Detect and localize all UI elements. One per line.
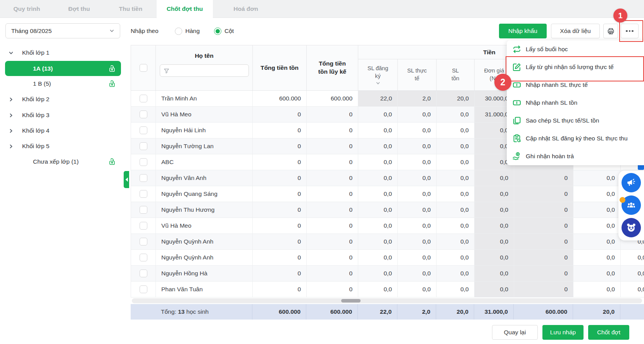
value-cell[interactable]: 0 [514,170,573,186]
value-cell[interactable]: 0,0 [398,282,437,297]
value-cell[interactable]: 0,0 [437,138,475,154]
value-cell[interactable]: 0 [253,170,307,186]
value-cell[interactable]: 0 [253,234,307,250]
value-cell[interactable]: 0,0 [437,202,475,218]
header-sl-thuc-te[interactable]: SL thực tế [398,59,437,91]
value-cell[interactable]: 0,0 [437,250,475,266]
value-cell[interactable]: 0,0 [573,186,621,202]
value-cell[interactable]: 0,0 [475,202,514,218]
chatbot-widget-button[interactable] [622,218,641,237]
menu-item-1[interactable]: Lấy số buổi học [507,40,644,58]
radio-hang[interactable] [175,28,182,35]
value-cell[interactable]: 2,0 [398,91,437,107]
value-cell[interactable]: 0,0 [573,250,621,266]
value-cell[interactable]: 0 [307,282,358,297]
menu-item-7[interactable]: Ghi nhận hoàn trả [507,147,644,165]
value-cell[interactable]: 0,0 [398,107,437,123]
clear-data-button[interactable]: Xóa dữ liệu [551,24,600,38]
sidebar-item-3[interactable]: 1 B (5) [0,76,121,91]
value-cell[interactable]: 0,0 [358,202,398,218]
value-cell[interactable]: 0 [307,107,358,123]
value-cell[interactable]: 0 [514,250,573,266]
value-cell[interactable]: 0 [514,202,573,218]
row-checkbox[interactable] [140,95,147,102]
value-cell[interactable]: 0 [307,186,358,202]
radio-cot[interactable] [214,28,221,35]
radio-cot-label[interactable]: Cột [224,28,234,35]
value-cell[interactable]: 0,0 [437,218,475,234]
value-cell[interactable]: 0,0 [621,266,644,282]
value-cell[interactable]: 0,0 [358,266,398,282]
tab-1[interactable]: Quy trình [0,0,54,18]
value-cell[interactable]: 0,0 [475,218,514,234]
sidebar-item-1[interactable]: Khối lớp 1 [0,45,121,60]
value-cell[interactable]: 0 [253,107,307,123]
value-cell[interactable]: 0,0 [475,250,514,266]
save-draft-button[interactable]: Lưu nháp [542,325,584,340]
value-cell[interactable]: 0 [253,218,307,234]
value-cell[interactable]: 0,0 [398,266,437,282]
menu-item-5[interactable]: Sao chép SL thực tế/SL tồn [507,112,644,130]
sidebar-collapse-handle[interactable] [124,171,129,188]
value-cell[interactable]: 0 [307,154,358,170]
month-select[interactable]: Tháng 08/2025 [5,23,120,38]
row-checkbox[interactable] [140,126,147,134]
value-cell[interactable]: 22,0 [358,91,398,107]
value-cell[interactable]: 0,0 [437,282,475,297]
value-cell[interactable]: 0,0 [475,170,514,186]
row-checkbox[interactable] [140,270,147,277]
value-cell[interactable]: 0,0 [358,218,398,234]
value-cell[interactable]: 0,0 [437,107,475,123]
tab-3[interactable]: Thu tiền [105,0,157,18]
value-cell[interactable]: 0 [307,266,358,282]
row-checkbox[interactable] [140,174,147,182]
value-cell[interactable]: 0 [307,138,358,154]
value-cell[interactable]: 0 [253,138,307,154]
value-cell[interactable]: 0,0 [621,250,644,266]
sidebar-item-6[interactable]: Khối lớp 4 [0,123,121,138]
header-sl-dang-ky[interactable]: SL đăng ký [358,59,398,91]
print-button[interactable] [603,24,618,38]
row-checkbox[interactable] [140,285,147,293]
value-cell[interactable]: 0,0 [358,170,398,186]
value-cell[interactable]: 0,0 [358,250,398,266]
value-cell[interactable]: 0 [307,234,358,250]
value-cell[interactable]: 0,0 [398,234,437,250]
value-cell[interactable]: 0 [253,202,307,218]
value-cell[interactable]: 0 [514,266,573,282]
value-cell[interactable]: 0,0 [358,107,398,123]
value-cell[interactable]: 0,0 [398,123,437,138]
row-checkbox[interactable] [140,238,147,245]
value-cell[interactable]: 0,0 [398,218,437,234]
radio-hang-label[interactable]: Hàng [185,28,200,35]
value-cell[interactable]: 0 [307,170,358,186]
value-cell[interactable]: 0,0 [573,282,621,297]
finalize-button[interactable]: Chốt đợt [588,325,629,340]
value-cell[interactable]: 0,0 [437,170,475,186]
value-cell[interactable]: 0,0 [621,282,644,297]
value-cell[interactable]: 0 [307,250,358,266]
announcement-widget-button[interactable] [622,173,641,192]
value-cell[interactable]: 600.000 [307,91,358,107]
tab-4[interactable]: Chốt đợt thu [157,0,213,18]
value-cell[interactable]: 0,0 [398,202,437,218]
select-all-checkbox[interactable] [140,64,147,72]
value-cell[interactable]: 0,0 [475,266,514,282]
value-cell[interactable]: 0,0 [398,170,437,186]
sidebar-item-7[interactable]: Khối lớp 5 [0,138,121,154]
value-cell[interactable]: 0,0 [398,186,437,202]
value-cell[interactable]: 0,0 [475,234,514,250]
value-cell[interactable]: 0,0 [358,282,398,297]
value-cell[interactable]: 0 [514,282,573,297]
menu-item-6[interactable]: Cập nhật SL đăng ký theo SL thực thu [507,130,644,147]
value-cell[interactable]: 0,0 [573,170,621,186]
value-cell[interactable]: 0,0 [437,266,475,282]
import-button[interactable]: Nhập khẩu [499,24,547,38]
value-cell[interactable]: 0,0 [358,138,398,154]
row-checkbox[interactable] [140,222,147,230]
value-cell[interactable]: 0,0 [437,154,475,170]
value-cell[interactable]: 0,0 [475,186,514,202]
value-cell[interactable]: 0 [514,186,573,202]
value-cell[interactable]: 0,0 [358,234,398,250]
name-filter-input[interactable] [160,64,249,77]
